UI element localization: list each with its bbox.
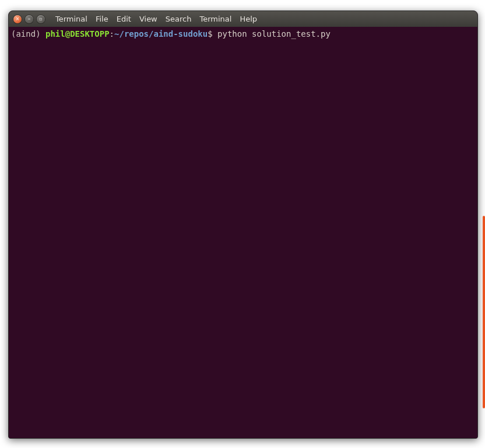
scrollbar-accent[interactable] bbox=[483, 216, 485, 408]
maximize-icon: ▫ bbox=[37, 15, 45, 23]
prompt-dollar: $ bbox=[208, 29, 217, 38]
menu-file[interactable]: File bbox=[92, 13, 112, 24]
desktop: × – ▫ Terminal File Edit View Search Ter… bbox=[0, 0, 485, 448]
menu-edit[interactable]: Edit bbox=[113, 13, 135, 24]
minimize-icon: – bbox=[25, 15, 33, 23]
window-maximize-button[interactable]: ▫ bbox=[37, 15, 45, 23]
menu-search[interactable]: Search bbox=[162, 13, 195, 24]
menubar: Terminal File Edit View Search Terminal … bbox=[52, 13, 261, 24]
window-minimize-button[interactable]: – bbox=[25, 15, 33, 23]
menu-help[interactable]: Help bbox=[236, 13, 261, 24]
prompt-colon: : bbox=[110, 29, 114, 38]
terminal-body[interactable]: (aind) phil@DESKTOPP:~/repos/aind-sudoku… bbox=[9, 27, 477, 438]
prompt-command: python solution_test.py bbox=[217, 29, 331, 38]
menu-terminal-app[interactable]: Terminal bbox=[52, 13, 91, 24]
window-close-button[interactable]: × bbox=[13, 15, 22, 23]
prompt-path: ~/repos/aind-sudoku bbox=[114, 29, 208, 38]
prompt-env: (aind) bbox=[11, 29, 45, 38]
titlebar[interactable]: × – ▫ Terminal File Edit View Search Ter… bbox=[9, 11, 477, 27]
menu-terminal[interactable]: Terminal bbox=[196, 13, 235, 24]
close-icon: × bbox=[13, 15, 22, 23]
menu-view[interactable]: View bbox=[136, 13, 161, 24]
terminal-window: × – ▫ Terminal File Edit View Search Ter… bbox=[8, 10, 478, 439]
prompt-user: phil@DESKTOPP bbox=[45, 29, 110, 38]
